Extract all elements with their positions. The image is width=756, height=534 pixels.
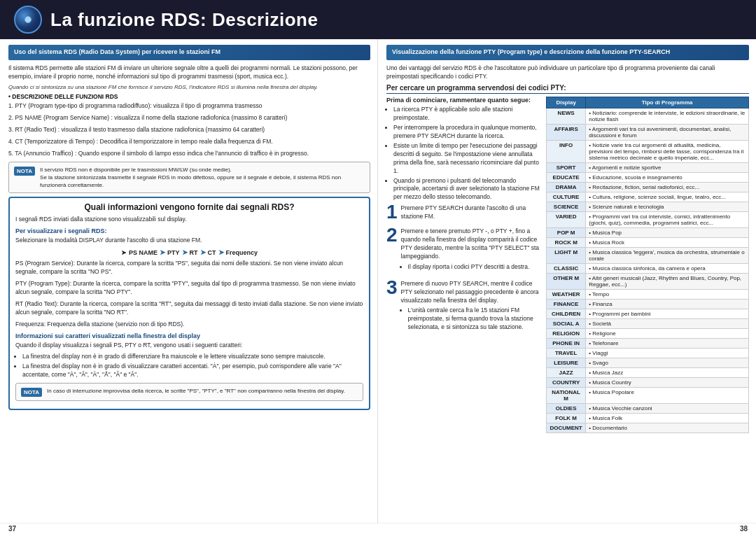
- steps-area: Prima di cominciare, rammentare quanto s…: [386, 97, 540, 433]
- table-cell-tipo: • Musica Vecchie canzoni: [586, 404, 749, 414]
- left-section-header: Uso del sistema RDS (Radio Data System) …: [8, 45, 370, 60]
- table-cell-display: CULTURE: [547, 192, 586, 202]
- arrow-item-rt: RT: [190, 249, 198, 256]
- info-char-bullets: La finestra del display non è in grado d…: [15, 353, 363, 379]
- table-cell-tipo: • Viaggi: [586, 349, 749, 358]
- arrow-item-ct: CT: [208, 249, 216, 256]
- prima-bullet-2: Per interrompere la procedura in qualunq…: [393, 124, 540, 141]
- desc-item-2: 2. PS NAME (Program Service Name) : visu…: [8, 114, 370, 122]
- table-row: FINANCE• Finanza: [547, 300, 749, 309]
- table-cell-tipo: • Musica Folk: [586, 414, 749, 423]
- table-cell-display: RELIGION: [547, 329, 586, 339]
- table-row: COUNTRY• Musica Country: [547, 378, 749, 388]
- table-cell-tipo: • Notizie varie tra cui argomenti di att…: [586, 141, 749, 163]
- table-row: EDUCATE• Educazione, scuola e insegnamen…: [547, 173, 749, 183]
- table-row: AFFAIRS• Argomenti vari tra cui avvenime…: [547, 125, 749, 141]
- table-row: CLASSIC• Musica classica sinfonica, da c…: [547, 264, 749, 274]
- table-row: NATIONAL M• Musica Popolare: [547, 388, 749, 404]
- table-cell-tipo: • Argomenti e notizie sportive: [586, 163, 749, 173]
- table-cell-display: JAZZ: [547, 368, 586, 378]
- table-row: CHILDREN• Programmi per bambini: [547, 309, 749, 319]
- step-3-text: Premere di nuovo PTY SEARCH, mentre il c…: [401, 280, 540, 305]
- table-cell-tipo: • Musica Pop: [586, 228, 749, 238]
- selezionare-text: Selezionare la modalità DISPLAY durante …: [15, 237, 363, 245]
- table-header-display: Display: [547, 97, 586, 108]
- info-char-title: Informazioni sui caratteri visualizzati …: [15, 332, 363, 339]
- table-row: OTHER M• Altri generi musicali (Jazz, Rh…: [547, 274, 749, 290]
- table-cell-display: SPORT: [547, 163, 586, 173]
- table-row: SPORT• Argomenti e notizie sportive: [547, 163, 749, 173]
- table-cell-display: CHILDREN: [547, 309, 586, 319]
- table-cell-display: LEISURE: [547, 358, 586, 368]
- table-cell-display: NATIONAL M: [547, 388, 586, 404]
- desc-list: 1. PTY (Program type-tipo di programma r…: [8, 102, 370, 157]
- step-3: 3 Premere di nuovo PTY SEARCH, mentre il…: [386, 280, 540, 335]
- table-cell-tipo: • Cultura, religione, scienze sociali, l…: [586, 192, 749, 202]
- nota-text-1: Il servizio RDS non è disponibile per le…: [40, 166, 365, 190]
- step-2-bullets: Il display riporta i codici PTY descritt…: [401, 263, 540, 272]
- table-row: SCIENCE• Scienze naturali e tecnologia: [547, 202, 749, 212]
- right-intro-text: Uno dei vantaggi del servizio RDS è che …: [386, 64, 749, 81]
- prima-di-title: Prima di cominciare, rammentare quanto s…: [386, 97, 540, 104]
- table-cell-display: NEWS: [547, 108, 586, 125]
- table-cell-display: POP M: [547, 228, 586, 238]
- table-cell-display: PHONE IN: [547, 339, 586, 349]
- table-cell-display: FINANCE: [547, 300, 586, 309]
- desc-item-4: 4. CT (Temporizzatore di Tempo) : Decodi…: [8, 138, 370, 146]
- table-cell-display: EDUCATE: [547, 173, 586, 183]
- table-cell-tipo: • Musica Popolare: [586, 388, 749, 404]
- ps-text: PS (Program Service): Durante la ricerca…: [15, 260, 363, 276]
- page-title: La funzione RDS: Descrizione: [50, 9, 318, 31]
- table-cell-display: FOLK M: [547, 414, 586, 423]
- prima-bullet-1: La ricerca PTY è applicabile solo alle s…: [393, 106, 540, 122]
- table-cell-tipo: • Telefonare: [586, 339, 749, 349]
- table-cell-tipo: • Programmi vari tra cui interviste, com…: [586, 212, 749, 228]
- page-header: La funzione RDS: Descrizione: [0, 0, 756, 39]
- step-1: 1 Premere PTY SEARCH durante l'ascolto d…: [386, 204, 540, 222]
- table-cell-tipo: • Programmi per bambini: [586, 309, 749, 319]
- pty-text: PTY (Program Type): Durante la ricerca, …: [15, 280, 363, 297]
- arrow-item-ps: PS NAME: [129, 249, 158, 256]
- info-char-item2: La finestra del display non è in grado d…: [22, 363, 363, 379]
- table-cell-display: TRAVEL: [547, 349, 586, 358]
- step-1-num: 1: [386, 202, 398, 222]
- main-content: Uso del sistema RDS (Radio Data System) …: [0, 39, 756, 523]
- table-row: WEATHER• Tempo: [547, 290, 749, 300]
- nota-box-2: NOTA In caso di interruzione improvvisa …: [15, 383, 363, 401]
- table-cell-tipo: • Scienze naturali e tecnologia: [586, 202, 749, 212]
- desc-item-5: 5. TA (Annuncio Traffico) : Quando espon…: [8, 150, 370, 158]
- arrow-4: ➤: [218, 248, 224, 256]
- table-row: FOLK M• Musica Folk: [547, 414, 749, 423]
- table-row: DRAMA• Recitazione, fiction, serial radi…: [547, 183, 749, 192]
- table-row: RELIGION• Religione: [547, 329, 749, 339]
- table-cell-tipo: • Musica Rock: [586, 238, 749, 248]
- prima-bullet-4: Quando si premono i pulsanti del telecom…: [393, 177, 540, 202]
- disc-icon: [14, 6, 42, 34]
- table-cell-display: SOCIAL A: [547, 319, 586, 329]
- step-2: 2 Premere e tenere premuto PTY -, o PTY …: [386, 227, 540, 274]
- table-row: SOCIAL A• Società: [547, 319, 749, 329]
- pty-table-area: Display Tipo di Programma NEWS• Notiziar…: [546, 97, 749, 433]
- desc-title: • DESCRIZIONE DELLE FUNZIONI RDS: [8, 93, 370, 100]
- step-2-content: Premere e tenere premuto PTY -, o PTY +,…: [401, 227, 540, 274]
- step-3-num: 3: [386, 278, 398, 297]
- table-cell-display: AFFAIRS: [547, 125, 586, 141]
- left-column: Uso del sistema RDS (Radio Data System) …: [0, 39, 378, 523]
- disc-center: [24, 16, 31, 23]
- table-row: LIGHT M• Musica classica 'leggera', musi…: [547, 248, 749, 264]
- table-cell-display: OLDIES: [547, 404, 586, 414]
- table-cell-display: WEATHER: [547, 290, 586, 300]
- step-2-bullet1: Il display riporta i codici PTY descritt…: [408, 263, 540, 272]
- table-row: OLDIES• Musica Vecchie canzoni: [547, 404, 749, 414]
- nota-box-1: NOTA Il servizio RDS non è disponibile p…: [8, 162, 370, 194]
- prima-bullet-3: Esiste un limite di tempo per l'esecuzio…: [393, 142, 540, 176]
- table-cell-display: DOCUMENT: [547, 423, 586, 433]
- nota-label-2: NOTA: [21, 388, 42, 397]
- table-cell-tipo: • Tempo: [586, 290, 749, 300]
- table-cell-tipo: • Musica Country: [586, 378, 749, 388]
- table-row: PHONE IN• Telefonare: [547, 339, 749, 349]
- table-cell-tipo: • Musica classica sinfonica, da camera e…: [586, 264, 749, 274]
- arrow-3: ➤: [200, 248, 206, 256]
- page-footer: 37 38: [0, 523, 756, 534]
- table-cell-tipo: • Notiziario: comprende le interviste, l…: [586, 108, 749, 125]
